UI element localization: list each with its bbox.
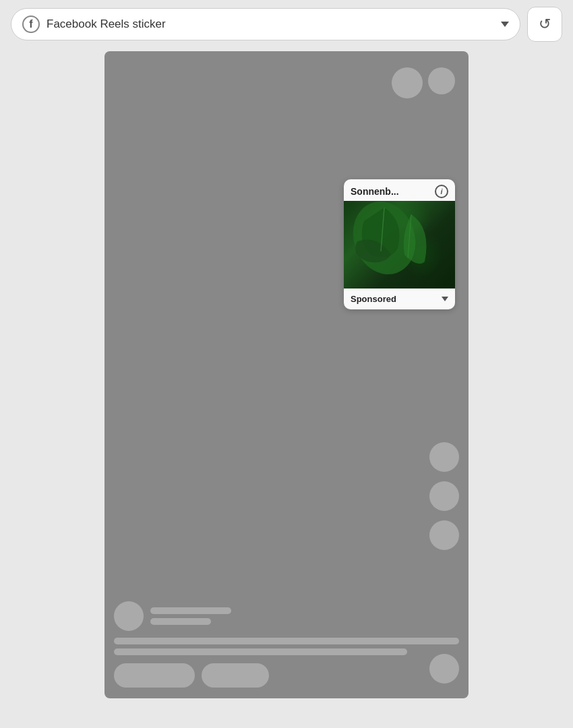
bottom-right-circle[interactable] xyxy=(429,654,459,684)
refresh-icon: ↺ xyxy=(539,16,551,33)
action-circle-1[interactable] xyxy=(429,442,459,472)
sponsored-label: Sponsored xyxy=(351,294,396,304)
ad-sticker[interactable]: Sonnenb... i Sponsored xyxy=(344,179,455,309)
ad-sticker-image xyxy=(344,201,455,289)
caption-lines xyxy=(114,638,459,655)
ad-sticker-header: Sonnenb... i xyxy=(344,179,455,201)
facebook-icon: f xyxy=(22,16,40,33)
user-row xyxy=(114,601,459,631)
avatar-circle-1 xyxy=(392,67,423,98)
username-line xyxy=(150,607,231,614)
caption-line-1 xyxy=(114,638,459,644)
dropdown-label: Facebook Reels sticker xyxy=(47,18,494,31)
action-circle-3[interactable] xyxy=(429,520,459,550)
user-subtitle-line xyxy=(150,618,211,625)
action-circle-2[interactable] xyxy=(429,481,459,511)
caption-line-2 xyxy=(114,648,407,655)
user-avatar xyxy=(114,601,144,631)
info-icon[interactable]: i xyxy=(435,185,448,198)
right-actions xyxy=(429,442,459,550)
action-pill-2[interactable] xyxy=(202,663,269,688)
refresh-button[interactable]: ↺ xyxy=(527,7,562,42)
action-buttons-row xyxy=(114,663,459,688)
top-bar: f Facebook Reels sticker ↺ xyxy=(0,0,573,49)
ad-sticker-footer: Sponsored xyxy=(344,289,455,309)
ad-sticker-title: Sonnenb... xyxy=(351,186,399,197)
preview-frame: Sonnenb... i Sponsored xyxy=(104,51,469,698)
sponsored-chevron-icon xyxy=(442,297,448,301)
format-dropdown[interactable]: f Facebook Reels sticker xyxy=(11,8,520,40)
top-right-circles xyxy=(392,67,455,98)
chevron-down-icon xyxy=(501,22,509,27)
bottom-content xyxy=(104,593,469,698)
avatar-circle-2 xyxy=(428,67,455,94)
action-pill-1[interactable] xyxy=(114,663,195,688)
svg-rect-1 xyxy=(344,201,455,289)
user-text-lines xyxy=(150,607,231,625)
leaf-svg xyxy=(344,201,455,289)
